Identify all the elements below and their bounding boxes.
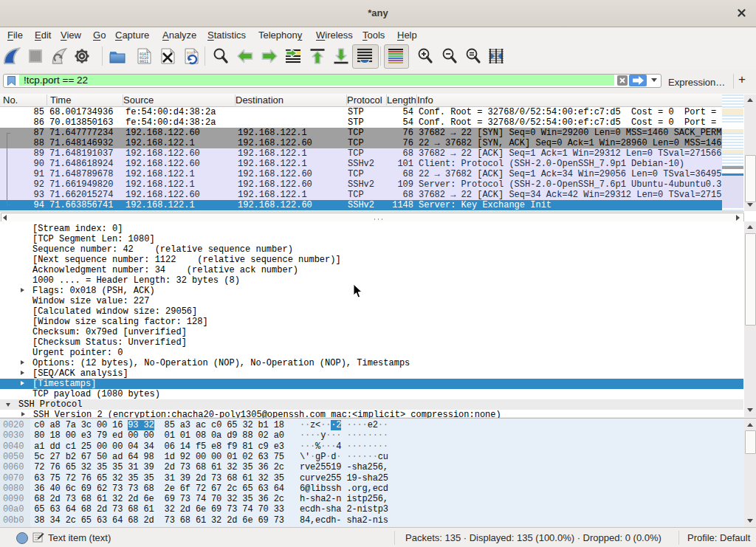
- svg-text:0011: 0011: [140, 59, 148, 63]
